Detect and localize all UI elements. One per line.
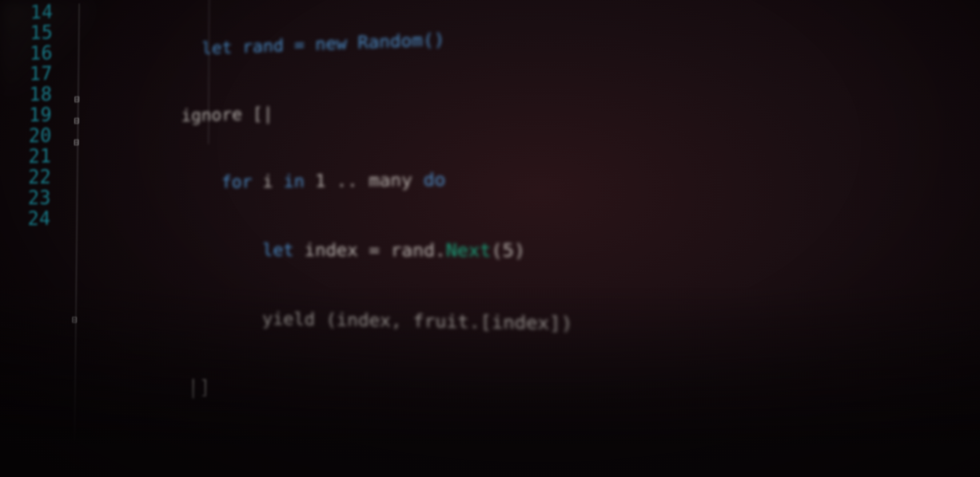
line-number: 24 xyxy=(20,208,51,229)
line-number: 15 xyxy=(22,22,53,44)
code-line: let index = rand.Next(5) xyxy=(121,241,830,261)
code-line: yield (index, fruit.[index]) xyxy=(120,308,832,337)
line-number: 17 xyxy=(21,63,52,85)
line-number-gutter: 14 15 16 17 18 19 20 21 22 23 24 xyxy=(20,1,53,229)
code-line: |] xyxy=(119,375,834,416)
fold-marker-icon[interactable]: ⊟ xyxy=(74,137,82,147)
line-number: 22 xyxy=(21,166,51,188)
line-number: 20 xyxy=(21,125,52,147)
fold-marker-icon[interactable]: ⊟ xyxy=(72,315,80,325)
line-number: 14 xyxy=(22,1,54,23)
line-number: 18 xyxy=(21,83,52,105)
code-line xyxy=(119,445,835,477)
line-number: 16 xyxy=(22,42,53,64)
photographed-screen: 14 15 16 17 18 19 20 21 22 23 24 ⊟ ⊟ ⊟ ⊟… xyxy=(0,0,980,477)
code-line: for i in 1 .. many do xyxy=(121,166,829,191)
fold-marker-icon[interactable]: ⊟ xyxy=(74,116,82,126)
fold-marker-icon[interactable]: ⊟ xyxy=(74,94,83,105)
line-number: 21 xyxy=(21,146,51,167)
line-number: 19 xyxy=(21,104,52,126)
indent-guide xyxy=(74,4,80,477)
code-line: ignore [| xyxy=(121,90,827,125)
fold-column: ⊟ ⊟ ⊟ ⊟ xyxy=(69,3,95,477)
line-number: 23 xyxy=(20,187,51,208)
code-area[interactable]: let rand = new Random() ignore [| for i … xyxy=(112,0,856,477)
code-line: let rand = new Random() xyxy=(122,16,826,60)
editor-surface: 14 15 16 17 18 19 20 21 22 23 24 ⊟ ⊟ ⊟ ⊟… xyxy=(3,0,980,477)
